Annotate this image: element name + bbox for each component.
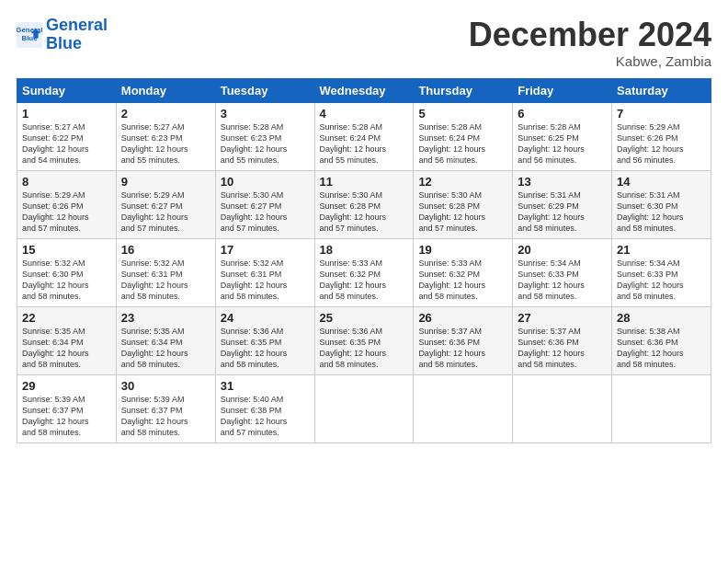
calendar-cell: 22Sunrise: 5:35 AM Sunset: 6:34 PM Dayli… bbox=[17, 306, 117, 374]
calendar-title: December 2024 bbox=[469, 17, 711, 53]
cell-text: Sunrise: 5:28 AM Sunset: 6:23 PM Dayligh… bbox=[221, 121, 310, 167]
cell-text: Sunrise: 5:35 AM Sunset: 6:34 PM Dayligh… bbox=[121, 326, 210, 371]
calendar-body: 1Sunrise: 5:27 AM Sunset: 6:22 PM Daylig… bbox=[17, 102, 711, 442]
day-header-saturday: Saturday bbox=[612, 78, 711, 102]
day-number: 4 bbox=[320, 107, 409, 121]
calendar-cell: 5Sunrise: 5:28 AM Sunset: 6:24 PM Daylig… bbox=[414, 102, 513, 170]
calendar-cell: 27Sunrise: 5:37 AM Sunset: 6:36 PM Dayli… bbox=[513, 306, 612, 374]
day-number: 29 bbox=[22, 379, 111, 393]
day-number: 25 bbox=[320, 311, 409, 325]
calendar-cell: 21Sunrise: 5:34 AM Sunset: 6:33 PM Dayli… bbox=[612, 238, 711, 306]
calendar-cell: 6Sunrise: 5:28 AM Sunset: 6:25 PM Daylig… bbox=[513, 102, 612, 170]
calendar-week-3: 15Sunrise: 5:32 AM Sunset: 6:30 PM Dayli… bbox=[17, 238, 711, 306]
calendar-cell: 24Sunrise: 5:36 AM Sunset: 6:35 PM Dayli… bbox=[215, 306, 314, 374]
cell-text: Sunrise: 5:28 AM Sunset: 6:24 PM Dayligh… bbox=[320, 121, 409, 167]
title-section: December 2024 Kabwe, Zambia bbox=[469, 17, 711, 69]
day-number: 2 bbox=[121, 107, 210, 121]
cell-text: Sunrise: 5:39 AM Sunset: 6:37 PM Dayligh… bbox=[22, 394, 111, 439]
calendar-cell: 30Sunrise: 5:39 AM Sunset: 6:37 PM Dayli… bbox=[116, 374, 215, 442]
cell-text: Sunrise: 5:29 AM Sunset: 6:27 PM Dayligh… bbox=[121, 190, 210, 235]
calendar-cell: 13Sunrise: 5:31 AM Sunset: 6:29 PM Dayli… bbox=[513, 170, 612, 238]
calendar-cell: 23Sunrise: 5:35 AM Sunset: 6:34 PM Dayli… bbox=[116, 306, 215, 374]
calendar-cell: 20Sunrise: 5:34 AM Sunset: 6:33 PM Dayli… bbox=[513, 238, 612, 306]
calendar-cell: 26Sunrise: 5:37 AM Sunset: 6:36 PM Dayli… bbox=[414, 306, 513, 374]
header: General Blue GeneralBlue December 2024 K… bbox=[17, 17, 711, 69]
day-number: 26 bbox=[418, 311, 507, 325]
cell-text: Sunrise: 5:27 AM Sunset: 6:23 PM Dayligh… bbox=[121, 121, 210, 167]
day-number: 12 bbox=[418, 175, 507, 189]
day-number: 3 bbox=[221, 107, 310, 121]
calendar-cell: 9Sunrise: 5:29 AM Sunset: 6:27 PM Daylig… bbox=[116, 170, 215, 238]
calendar-week-4: 22Sunrise: 5:35 AM Sunset: 6:34 PM Dayli… bbox=[17, 306, 711, 374]
cell-text: Sunrise: 5:32 AM Sunset: 6:31 PM Dayligh… bbox=[221, 258, 310, 303]
cell-text: Sunrise: 5:34 AM Sunset: 6:33 PM Dayligh… bbox=[617, 258, 706, 303]
day-number: 17 bbox=[221, 243, 310, 257]
day-number: 18 bbox=[320, 243, 409, 257]
calendar-cell: 31Sunrise: 5:40 AM Sunset: 6:38 PM Dayli… bbox=[215, 374, 314, 442]
cell-text: Sunrise: 5:32 AM Sunset: 6:30 PM Dayligh… bbox=[22, 258, 111, 303]
logo-text: GeneralBlue bbox=[46, 17, 108, 53]
day-number: 22 bbox=[22, 311, 111, 325]
calendar-cell: 29Sunrise: 5:39 AM Sunset: 6:37 PM Dayli… bbox=[17, 374, 117, 442]
calendar-cell: 2Sunrise: 5:27 AM Sunset: 6:23 PM Daylig… bbox=[116, 102, 215, 170]
day-header-tuesday: Tuesday bbox=[215, 78, 314, 102]
day-number: 23 bbox=[121, 311, 210, 325]
day-number: 20 bbox=[518, 243, 607, 257]
calendar-week-1: 1Sunrise: 5:27 AM Sunset: 6:22 PM Daylig… bbox=[17, 102, 711, 170]
cell-text: Sunrise: 5:35 AM Sunset: 6:34 PM Dayligh… bbox=[22, 326, 111, 371]
calendar-cell: 16Sunrise: 5:32 AM Sunset: 6:31 PM Dayli… bbox=[116, 238, 215, 306]
calendar-week-5: 29Sunrise: 5:39 AM Sunset: 6:37 PM Dayli… bbox=[17, 374, 711, 442]
calendar-cell: 18Sunrise: 5:33 AM Sunset: 6:32 PM Dayli… bbox=[314, 238, 414, 306]
day-number: 15 bbox=[22, 243, 111, 257]
day-number: 19 bbox=[418, 243, 507, 257]
cell-text: Sunrise: 5:29 AM Sunset: 6:26 PM Dayligh… bbox=[22, 190, 111, 235]
cell-text: Sunrise: 5:31 AM Sunset: 6:29 PM Dayligh… bbox=[518, 190, 607, 235]
day-number: 11 bbox=[320, 175, 409, 189]
calendar-cell bbox=[314, 374, 414, 442]
cell-text: Sunrise: 5:30 AM Sunset: 6:27 PM Dayligh… bbox=[221, 190, 310, 235]
day-header-monday: Monday bbox=[116, 78, 215, 102]
day-number: 10 bbox=[221, 175, 310, 189]
cell-text: Sunrise: 5:33 AM Sunset: 6:32 PM Dayligh… bbox=[418, 258, 507, 303]
calendar-table: SundayMondayTuesdayWednesdayThursdayFrid… bbox=[17, 78, 711, 443]
calendar-subtitle: Kabwe, Zambia bbox=[469, 53, 711, 69]
calendar-cell bbox=[612, 374, 711, 442]
day-header-sunday: Sunday bbox=[17, 78, 117, 102]
day-number: 21 bbox=[617, 243, 706, 257]
day-number: 6 bbox=[518, 107, 607, 121]
day-header-wednesday: Wednesday bbox=[314, 78, 414, 102]
cell-text: Sunrise: 5:39 AM Sunset: 6:37 PM Dayligh… bbox=[121, 394, 210, 439]
day-number: 5 bbox=[418, 107, 507, 121]
cell-text: Sunrise: 5:28 AM Sunset: 6:24 PM Dayligh… bbox=[418, 121, 507, 167]
calendar-cell: 3Sunrise: 5:28 AM Sunset: 6:23 PM Daylig… bbox=[215, 102, 314, 170]
cell-text: Sunrise: 5:30 AM Sunset: 6:28 PM Dayligh… bbox=[418, 190, 507, 235]
calendar-cell: 12Sunrise: 5:30 AM Sunset: 6:28 PM Dayli… bbox=[414, 170, 513, 238]
logo: General Blue GeneralBlue bbox=[17, 17, 108, 53]
day-number: 8 bbox=[22, 175, 111, 189]
cell-text: Sunrise: 5:31 AM Sunset: 6:30 PM Dayligh… bbox=[617, 190, 706, 235]
cell-text: Sunrise: 5:37 AM Sunset: 6:36 PM Dayligh… bbox=[418, 326, 507, 371]
calendar-cell: 1Sunrise: 5:27 AM Sunset: 6:22 PM Daylig… bbox=[17, 102, 117, 170]
calendar-cell: 15Sunrise: 5:32 AM Sunset: 6:30 PM Dayli… bbox=[17, 238, 117, 306]
calendar-cell: 4Sunrise: 5:28 AM Sunset: 6:24 PM Daylig… bbox=[314, 102, 414, 170]
day-number: 30 bbox=[121, 379, 210, 393]
cell-text: Sunrise: 5:32 AM Sunset: 6:31 PM Dayligh… bbox=[121, 258, 210, 303]
day-number: 7 bbox=[617, 107, 706, 121]
cell-text: Sunrise: 5:27 AM Sunset: 6:22 PM Dayligh… bbox=[22, 121, 111, 167]
calendar-page: General Blue GeneralBlue December 2024 K… bbox=[0, 0, 728, 563]
day-number: 16 bbox=[121, 243, 210, 257]
calendar-cell: 11Sunrise: 5:30 AM Sunset: 6:28 PM Dayli… bbox=[314, 170, 414, 238]
cell-text: Sunrise: 5:28 AM Sunset: 6:25 PM Dayligh… bbox=[518, 121, 607, 167]
cell-text: Sunrise: 5:34 AM Sunset: 6:33 PM Dayligh… bbox=[518, 258, 607, 303]
cell-text: Sunrise: 5:40 AM Sunset: 6:38 PM Dayligh… bbox=[221, 394, 310, 439]
cell-text: Sunrise: 5:33 AM Sunset: 6:32 PM Dayligh… bbox=[320, 258, 409, 303]
day-number: 31 bbox=[221, 379, 310, 393]
cell-text: Sunrise: 5:30 AM Sunset: 6:28 PM Dayligh… bbox=[320, 190, 409, 235]
calendar-cell: 7Sunrise: 5:29 AM Sunset: 6:26 PM Daylig… bbox=[612, 102, 711, 170]
cell-text: Sunrise: 5:29 AM Sunset: 6:26 PM Dayligh… bbox=[617, 121, 706, 167]
day-header-thursday: Thursday bbox=[414, 78, 513, 102]
calendar-cell: 14Sunrise: 5:31 AM Sunset: 6:30 PM Dayli… bbox=[612, 170, 711, 238]
calendar-cell: 25Sunrise: 5:36 AM Sunset: 6:35 PM Dayli… bbox=[314, 306, 414, 374]
day-number: 24 bbox=[221, 311, 310, 325]
cell-text: Sunrise: 5:38 AM Sunset: 6:36 PM Dayligh… bbox=[617, 326, 706, 371]
